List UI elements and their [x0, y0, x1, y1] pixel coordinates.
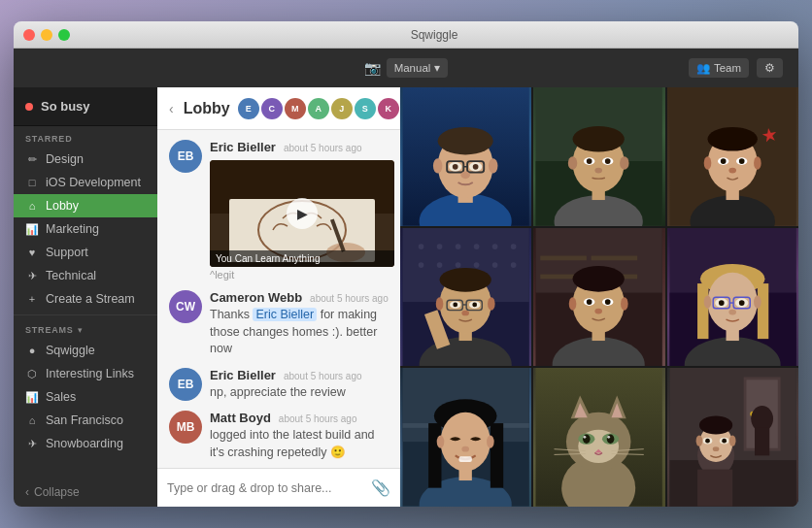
svg-point-52	[474, 244, 480, 249]
video-cell[interactable]	[533, 368, 664, 507]
minimize-button[interactable]	[41, 29, 52, 41]
svg-point-89	[605, 299, 611, 305]
svg-point-49	[419, 244, 424, 249]
message-time: about 5 hours ago	[310, 293, 389, 304]
svg-rect-78	[541, 255, 588, 260]
svg-point-135	[607, 435, 615, 445]
sidebar-divider	[14, 314, 157, 315]
svg-point-58	[474, 262, 480, 268]
close-button[interactable]	[23, 29, 35, 41]
video-cell[interactable]	[667, 228, 798, 367]
avatar: M	[285, 98, 306, 119]
svg-point-46	[754, 156, 761, 169]
gear-icon: ⚙	[764, 61, 775, 75]
sidebar-item-support[interactable]: ♥ Support	[14, 241, 157, 264]
svg-point-32	[568, 156, 578, 169]
message-time: about 5 hours ago	[284, 371, 362, 381]
sidebar-item-interesting-links[interactable]: ⬡ Interesting Links	[14, 362, 157, 385]
video-cell[interactable]	[400, 87, 531, 226]
manual-button[interactable]: Manual ▾	[387, 58, 449, 78]
svg-point-110	[754, 295, 761, 308]
streams-chevron: ▾	[78, 325, 83, 335]
sidebar-item-san-francisco[interactable]: ⌂ San Francisco	[14, 409, 157, 432]
svg-point-90	[595, 308, 603, 314]
message-meta: Matt Boyd about 5 hours ago	[210, 411, 389, 425]
media-embed[interactable]: ▶ You Can Learn Anything	[210, 160, 394, 267]
team-button[interactable]: 👥 Team	[689, 58, 749, 78]
status-dot	[25, 103, 33, 111]
messages-area: EB Eric Bieller about 5 hours ago	[157, 130, 400, 468]
message-text: logged into the latest build and it's cr…	[210, 427, 389, 461]
sidebar-item-sqwiggle[interactable]: ● Sqwiggle	[14, 339, 157, 362]
settings-button[interactable]: ⚙	[757, 58, 783, 78]
channel-name: Lobby	[184, 100, 230, 117]
sidebar-item-marketing[interactable]: 📊 Marketing	[14, 217, 157, 241]
sidebar-item-technical[interactable]: ✈ Technical	[14, 264, 157, 287]
sidebar-item-design[interactable]: ✏ Design	[14, 148, 157, 171]
back-button[interactable]: ‹	[169, 101, 174, 116]
message-group: MB Matt Boyd about 5 hours ago logged in…	[169, 411, 389, 461]
sidebar-item-label: Lobby	[46, 199, 79, 213]
avatar: MB	[169, 411, 202, 444]
message-group: EB Eric Bieller about 5 hours ago	[169, 140, 389, 280]
streams-label: STREAMS	[25, 325, 74, 335]
maximize-button[interactable]	[58, 29, 70, 41]
svg-rect-115	[428, 423, 441, 488]
svg-point-158	[722, 439, 727, 444]
svg-point-53	[492, 244, 498, 249]
sidebar-item-create-stream[interactable]: + Create a Stream	[14, 287, 157, 311]
sidebar-item-label: Snowboarding	[46, 437, 123, 450]
svg-point-17	[473, 164, 479, 170]
attachment-icon[interactable]: 📎	[371, 478, 390, 497]
sidebar-item-lobby[interactable]: ⌂ Lobby	[14, 194, 157, 217]
message-author: Matt Boyd	[210, 411, 271, 425]
sidebar-item-sales[interactable]: 📊 Sales	[14, 385, 157, 409]
svg-rect-96	[697, 283, 708, 339]
chevron-down-icon: ▾	[434, 61, 440, 75]
chat-area: ‹ Lobby E C M A J S K EB	[157, 87, 400, 507]
collapse-button[interactable]: ‹ Collapse	[14, 478, 157, 507]
svg-point-134	[583, 435, 591, 445]
message-time: about 5 hours ago	[279, 413, 357, 424]
sidebar-spacer	[14, 455, 157, 478]
message-meta: Eric Bieller about 5 hours ago	[210, 140, 394, 154]
mention: Eric Bieller	[253, 308, 317, 321]
play-button[interactable]: ▶	[287, 198, 318, 229]
avatar: A	[308, 98, 329, 119]
message-group: EB Eric Bieller about 5 hours ago np, ap…	[169, 368, 389, 402]
sidebar-item-ios-development[interactable]: □ iOS Development	[14, 171, 157, 194]
sidebar-header: So busy	[14, 87, 157, 126]
org-name: So busy	[41, 99, 90, 114]
message-content: Cameron Webb about 5 hours ago Thanks Er…	[210, 290, 389, 358]
video-cell[interactable]	[400, 228, 531, 367]
svg-point-42	[720, 158, 726, 164]
svg-point-159	[712, 447, 719, 452]
heart-icon: ♥	[25, 247, 39, 258]
chat-input[interactable]	[167, 481, 365, 495]
video-cell[interactable]	[400, 368, 531, 507]
chart-icon: 📊	[25, 223, 39, 236]
manual-label: Manual	[394, 62, 431, 74]
sidebar-item-label: San Francisco	[46, 413, 123, 427]
svg-point-57	[456, 262, 461, 268]
avatar: J	[331, 98, 353, 119]
sidebar-item-snowboarding[interactable]: ✈ Snowboarding	[14, 432, 157, 455]
video-cell[interactable]	[533, 228, 664, 367]
svg-point-44	[728, 168, 736, 174]
message-meta: Cameron Webb about 5 hours ago	[210, 290, 389, 305]
titlebar: Sqwiggle	[14, 21, 798, 49]
svg-point-85	[573, 266, 625, 292]
svg-point-16	[453, 164, 458, 170]
video-cell[interactable]	[667, 368, 798, 507]
message-author: Eric Bieller	[210, 368, 276, 382]
video-cell[interactable]	[533, 87, 664, 226]
message-text: np, appreciate the review	[210, 384, 389, 402]
message-author: Eric Bieller	[210, 140, 276, 154]
pencil-icon: ✏	[25, 153, 39, 166]
video-cell[interactable]: ★	[667, 87, 798, 226]
avatar: E	[238, 98, 259, 119]
avatar: S	[355, 98, 376, 119]
chat-header: ‹ Lobby E C M A J S K	[157, 87, 400, 130]
svg-point-88	[587, 299, 592, 305]
svg-point-10	[438, 127, 493, 155]
